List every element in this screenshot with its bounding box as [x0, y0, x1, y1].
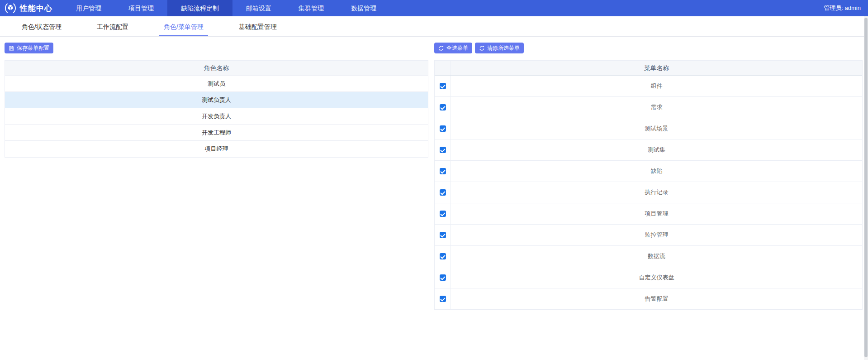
menu-checkbox-cell: [435, 97, 451, 118]
save-button-label: 保存菜单配置: [17, 44, 49, 52]
menu-header-label: 菜单名称: [451, 61, 862, 75]
nav-menu: 用户管理项目管理缺陷流程定制邮箱设置集群管理数据管理: [62, 0, 390, 16]
role-row[interactable]: 开发负责人: [5, 108, 428, 125]
menu-checkbox-cell: [435, 76, 451, 96]
brand: 性能中心: [0, 2, 62, 14]
menu-checkbox[interactable]: [440, 274, 446, 281]
menu-name[interactable]: 测试集: [451, 139, 862, 160]
menu-row: 执行记录: [435, 182, 862, 203]
tab[interactable]: 角色/菜单管理: [159, 16, 208, 36]
top-navbar: 性能中心 用户管理项目管理缺陷流程定制邮箱设置集群管理数据管理 管理员: adm…: [0, 0, 868, 16]
role-table-body: 测试员测试负责人开发负责人开发工程师项目经理: [5, 76, 428, 157]
menu-checkbox-cell: [435, 203, 451, 224]
role-table: 角色名称 测试员测试负责人开发负责人开发工程师项目经理: [5, 60, 428, 158]
menu-name[interactable]: 组件: [451, 76, 862, 96]
select-all-button-label: 全选菜单: [446, 44, 468, 52]
save-icon: [9, 45, 14, 51]
menu-checkbox-cell: [435, 182, 451, 203]
vertical-scrollbar[interactable]: [864, 16, 868, 360]
menu-checkbox[interactable]: [440, 189, 446, 196]
menu-checkbox[interactable]: [440, 232, 446, 238]
tab[interactable]: 工作流配置: [92, 16, 133, 36]
menu-row: 测试集: [435, 139, 862, 161]
menu-checkbox-cell: [435, 246, 451, 267]
menu-checkbox-cell: [435, 139, 451, 160]
menu-checkbox-cell: [435, 225, 451, 245]
menu-checkbox[interactable]: [440, 104, 446, 110]
menu-row: 告警配置: [435, 288, 862, 310]
menu-checkbox[interactable]: [440, 211, 446, 217]
refresh-icon: [479, 45, 485, 51]
menu-checkbox[interactable]: [440, 125, 446, 132]
nav-item[interactable]: 集群管理: [285, 0, 337, 16]
menu-name[interactable]: 执行记录: [451, 182, 862, 203]
menu-checkbox[interactable]: [440, 147, 446, 153]
menu-row: 自定义仪表盘: [435, 267, 862, 288]
menu-row: 监控管理: [435, 225, 862, 246]
role-row[interactable]: 开发工程师: [5, 125, 428, 141]
clear-button-label: 清除所选菜单: [487, 44, 520, 52]
menu-table: 菜单名称 组件需求测试场景测试集缺陷执行记录项目管理监控管理数据流自定义仪表盘告…: [434, 60, 863, 310]
role-row[interactable]: 测试负责人: [5, 92, 428, 108]
menu-header-checkbox-cell: [435, 61, 451, 75]
nav-item[interactable]: 项目管理: [115, 0, 167, 16]
menu-row: 需求: [435, 97, 862, 118]
menu-table-body: 组件需求测试场景测试集缺陷执行记录项目管理监控管理数据流自定义仪表盘告警配置: [435, 76, 862, 310]
menu-checkbox[interactable]: [440, 296, 446, 302]
menu-name[interactable]: 测试场景: [451, 118, 862, 139]
menu-name[interactable]: 数据流: [451, 246, 862, 267]
refresh-icon: [438, 45, 444, 51]
menu-name[interactable]: 告警配置: [451, 288, 862, 309]
menu-name[interactable]: 项目管理: [451, 203, 862, 224]
logo-icon: [5, 2, 16, 14]
menu-checkbox[interactable]: [440, 253, 446, 259]
menu-row: 数据流: [435, 246, 862, 267]
app-title: 性能中心: [20, 3, 52, 14]
menu-checkbox-cell: [435, 288, 451, 309]
menu-table-header: 菜单名称: [435, 61, 862, 76]
nav-item[interactable]: 邮箱设置: [232, 0, 285, 16]
role-table-header: 角色名称: [5, 61, 428, 76]
menu-checkbox-cell: [435, 267, 451, 288]
menu-row: 组件: [435, 76, 862, 97]
nav-item[interactable]: 缺陷流程定制: [167, 0, 232, 16]
admin-user-label: 管理员: admin: [824, 4, 868, 12]
select-all-menus-button[interactable]: 全选菜单: [434, 43, 472, 53]
tab[interactable]: 基础配置管理: [234, 16, 281, 36]
menu-name[interactable]: 需求: [451, 97, 862, 118]
nav-item[interactable]: 用户管理: [62, 0, 115, 16]
menu-row: 项目管理: [435, 203, 862, 225]
clear-selected-menus-button[interactable]: 清除所选菜单: [475, 43, 524, 53]
role-row[interactable]: 项目经理: [5, 141, 428, 157]
save-menu-config-button[interactable]: 保存菜单配置: [5, 43, 53, 53]
tab[interactable]: 角色/状态管理: [17, 16, 66, 36]
menu-checkbox[interactable]: [440, 168, 446, 174]
nav-item[interactable]: 数据管理: [337, 0, 390, 16]
role-row[interactable]: 测试员: [5, 76, 428, 92]
menu-checkbox-cell: [435, 118, 451, 139]
menu-checkbox-cell: [435, 161, 451, 182]
menu-name[interactable]: 监控管理: [451, 225, 862, 245]
menu-name[interactable]: 自定义仪表盘: [451, 267, 862, 288]
menu-row: 缺陷: [435, 161, 862, 182]
menu-name[interactable]: 缺陷: [451, 161, 862, 182]
menu-checkbox[interactable]: [440, 83, 446, 89]
sub-tabbar: 角色/状态管理工作流配置角色/菜单管理基础配置管理: [0, 16, 868, 37]
menu-row: 测试场景: [435, 118, 862, 139]
scrollbar-thumb[interactable]: [864, 18, 868, 357]
